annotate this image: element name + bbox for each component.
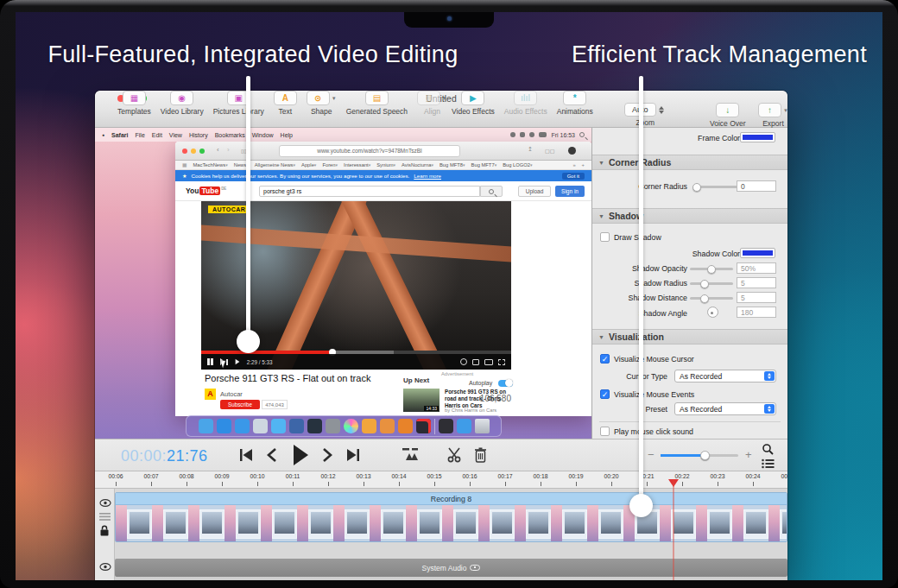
shadow-color-label: Shadow Color	[645, 250, 740, 258]
disclosure-triangle-icon[interactable]: ▼	[598, 213, 604, 219]
autoplay-toggle	[498, 380, 513, 387]
suggested-video-title: Porsche 991 GT3 RS on road and track - C…	[445, 389, 514, 409]
video-clip-title[interactable]: Recording 8	[116, 493, 787, 505]
shadow-angle-dial[interactable]	[707, 307, 718, 318]
zoom-in-icon[interactable]: +	[745, 448, 752, 461]
go-to-end-button[interactable]	[346, 446, 360, 464]
recorded-menu-view: View	[169, 132, 182, 138]
corner-radius-field[interactable]: 0	[737, 180, 776, 192]
camera-notch	[404, 12, 494, 28]
filmstrip-frame	[381, 509, 406, 539]
dock-icon-preview	[253, 419, 268, 433]
filmstrip-frame	[780, 509, 787, 539]
volume-icon	[235, 358, 240, 365]
tab-overview-icon	[568, 147, 576, 155]
shadow-angle-field[interactable]: 180	[737, 307, 776, 318]
bookmark-item: Interessant▾	[344, 162, 370, 168]
toolbar-item-templates[interactable]: ▦Templates	[117, 91, 151, 116]
safari-bookmarks-bar: ▦ MacTechNews▾News▾Allgemeine News▾Apple…	[175, 161, 591, 170]
step-forward-button[interactable]	[322, 446, 332, 464]
ruler-tick	[293, 482, 294, 486]
bookmark-item: Apple▾	[301, 162, 316, 168]
zoom-stepper[interactable]	[659, 104, 667, 117]
search-clips-button[interactable]	[762, 443, 774, 455]
visualize-cursor-checkbox[interactable]: ✓	[600, 354, 610, 364]
canvas-preview[interactable]: ● Safari FileEditViewHistoryBookmarksWin…	[95, 128, 591, 439]
ruler-tick	[364, 482, 364, 486]
dock-icon-ibooks	[398, 419, 413, 433]
laptop-screen: Untitled ▦Templates◉Video Library▣Pictur…	[16, 12, 882, 580]
toolbar-item-video-library[interactable]: ◉Video Library	[161, 91, 204, 116]
disclosure-triangle-icon[interactable]: ▼	[598, 160, 604, 166]
section-shadow[interactable]: ▼Shadow	[592, 208, 787, 224]
dock-icon-xcode	[289, 419, 304, 433]
toolbar-item-shape[interactable]: ⊙▼Shape	[307, 91, 337, 116]
ruler-tick-label: 00:16	[462, 473, 477, 479]
toolbar-item-generated-speech[interactable]: ▤Generated Speech	[346, 91, 408, 116]
zoom-out-icon[interactable]: −	[648, 448, 655, 461]
ruler-tick-label: 00:25	[781, 473, 787, 479]
shadow-opacity-slider[interactable]	[690, 268, 733, 270]
toolbar-item-pictures-library[interactable]: ▣Pictures Library	[213, 91, 264, 116]
filmstrip-frame	[707, 509, 732, 539]
filmstrip-frame	[308, 509, 333, 539]
voice-over-button[interactable]: ↓ Voice Over	[710, 103, 746, 128]
section-corner-radius[interactable]: ▼Corner Radius	[592, 155, 787, 170]
delete-trash-button[interactable]	[474, 447, 487, 463]
shadow-distance-field[interactable]: 5	[737, 292, 776, 303]
recorded-menu-file: File	[136, 132, 145, 138]
filmstrip-frame	[453, 509, 478, 539]
toolbar-item-video-effects[interactable]: ▶Video Effects	[452, 91, 495, 116]
shadow-color-well[interactable]	[740, 248, 775, 258]
audio-track-visibility-eye-icon[interactable]	[99, 563, 111, 571]
bookmark-item: Bug MFT7▾	[471, 162, 497, 168]
track-lock-icon[interactable]	[99, 525, 110, 536]
bookmark-items: MacTechNews▾News▾Allgemeine News▾Apple▾F…	[193, 162, 532, 168]
channel-avatar: A	[205, 389, 216, 400]
url-field: www.youtube.com/watch?v=9478MnTszBI	[279, 145, 460, 157]
section-visualization[interactable]: ▼Visualization	[592, 329, 787, 345]
apple-logo-icon: ●	[102, 132, 104, 137]
toolbar-item-animations[interactable]: *Animations	[557, 91, 593, 116]
battery-icon	[539, 132, 547, 137]
video-clip[interactable]: Recording 8	[115, 492, 787, 542]
frame-color-well[interactable]	[740, 132, 775, 142]
draw-shadow-checkbox[interactable]	[600, 232, 610, 242]
video-library-icon: ◉	[178, 94, 186, 103]
timeline-ruler[interactable]: 00:0600:0700:0800:0900:1000:1100:1200:13…	[95, 471, 787, 489]
ruler-tick	[753, 482, 754, 486]
ruler-tick	[399, 482, 400, 486]
export-button[interactable]: ↑▼ Export	[758, 103, 787, 128]
go-to-start-button[interactable]	[239, 446, 253, 464]
shadow-radius-slider[interactable]	[690, 282, 733, 285]
forward-icon: ›	[227, 146, 230, 154]
zoom-control[interactable]: Auto Zoom	[624, 103, 667, 127]
animations-icon: *	[573, 94, 577, 103]
disclosure-triangle-icon[interactable]: ▼	[598, 334, 604, 340]
shadow-distance-slider[interactable]	[690, 297, 733, 300]
track-drag-handle-icon[interactable]	[99, 513, 111, 521]
tabs-icon: ▢▢	[545, 148, 554, 154]
preset-popup[interactable]: As Recorded	[674, 402, 776, 415]
video-track-visibility-eye-icon[interactable]	[99, 499, 111, 507]
cut-scissors-button[interactable]	[447, 447, 463, 463]
clip-list-button[interactable]	[762, 458, 775, 469]
shadow-opacity-field[interactable]: 50%	[737, 262, 776, 274]
callout-dot-right	[629, 494, 653, 517]
corner-radius-slider[interactable]	[694, 186, 737, 188]
toolbar-item-label: Align	[424, 107, 440, 116]
shadow-radius-field[interactable]: 5	[737, 277, 776, 288]
play-click-checkbox[interactable]	[600, 427, 610, 436]
cursor-type-popup[interactable]: As Recorded	[674, 370, 776, 383]
timeline-zoom-slider[interactable]	[661, 454, 738, 457]
filmstrip-frame	[671, 509, 696, 539]
ruler-tick	[116, 482, 117, 486]
audio-clip[interactable]: System Audio	[115, 559, 787, 577]
visualize-events-checkbox[interactable]: ✓	[600, 389, 610, 399]
step-back-button[interactable]	[267, 446, 277, 464]
toolbar-item-text[interactable]: AText	[274, 91, 297, 116]
cookie-text: Cookies help us deliver our services. By…	[192, 173, 410, 179]
split-clip-button[interactable]	[402, 448, 419, 462]
play-button[interactable]	[292, 444, 309, 466]
ruler-tick	[434, 482, 435, 486]
